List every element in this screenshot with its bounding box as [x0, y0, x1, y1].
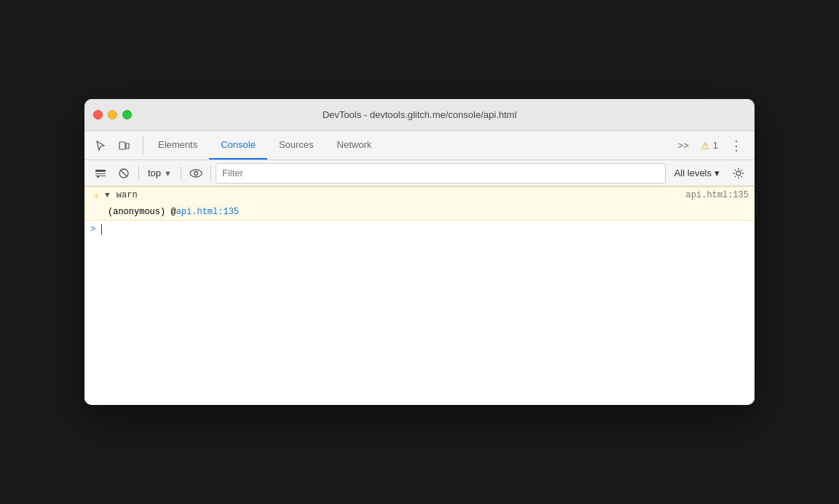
toolbar-divider-2 [181, 166, 181, 181]
toolbar-divider-1 [138, 166, 139, 181]
tab-icon-buttons [90, 131, 134, 160]
console-input-line [101, 224, 102, 235]
svg-rect-0 [119, 142, 125, 149]
maximize-button[interactable] [122, 110, 132, 119]
svg-point-10 [736, 171, 741, 176]
warning-badge[interactable]: ⚠ 1 [695, 131, 724, 160]
warning-icon: ⚠ [701, 140, 710, 151]
warn-location[interactable]: api.html:135 [674, 190, 749, 200]
context-selector[interactable]: top ▼ [143, 163, 176, 184]
text-cursor [101, 224, 102, 235]
levels-label: All levels [674, 168, 712, 178]
context-value: top [148, 168, 161, 178]
anonymous-text: (anonymous) @ [108, 207, 176, 217]
console-content: ⚠ ▼ warn api.html:135 (anonymous) @ api.… [84, 186, 755, 405]
warn-row-main: ⚠ ▼ warn api.html:135 [84, 187, 755, 204]
live-expressions-button[interactable] [186, 163, 206, 184]
console-input-row[interactable]: > [84, 221, 755, 238]
toolbar-divider-3 [210, 166, 211, 181]
tab-console[interactable]: Console [209, 131, 267, 160]
warn-row-trace: (anonymous) @ api.html:135 [84, 204, 755, 220]
show-console-drawer-button[interactable] [90, 163, 111, 184]
levels-arrow: ▾ [714, 168, 720, 178]
devtools-window: DevTools - devtools.glitch.me/console/ap… [84, 99, 755, 405]
close-button[interactable] [93, 110, 103, 119]
warn-log-entry: ⚠ ▼ warn api.html:135 (anonymous) @ api.… [84, 186, 755, 221]
tab-sources[interactable]: Sources [267, 131, 326, 160]
warning-triangle-icon: ⚠ [93, 190, 98, 201]
tab-network[interactable]: Network [326, 131, 384, 160]
warn-content: ▼ warn [105, 190, 674, 200]
clear-console-button[interactable] [114, 163, 134, 184]
svg-point-9 [194, 171, 197, 175]
warn-icon: ⚠ [90, 190, 102, 201]
more-options-button[interactable]: ⋮ [724, 131, 749, 160]
title-bar: DevTools - devtools.glitch.me/console/ap… [84, 99, 755, 131]
svg-rect-1 [126, 143, 129, 149]
eye-icon [189, 169, 202, 178]
svg-rect-2 [95, 170, 106, 172]
window-title: DevTools - devtools.glitch.me/console/ap… [323, 109, 517, 120]
console-settings-button[interactable] [728, 163, 749, 184]
prompt-icon: > [90, 224, 95, 235]
inspect-element-button[interactable] [90, 135, 111, 156]
more-tabs-button[interactable]: >> [672, 131, 695, 160]
tabs-bar: Elements Console Sources Network >> ⚠ 1 … [84, 131, 755, 160]
device-toolbar-button[interactable] [114, 135, 134, 156]
svg-rect-3 [95, 173, 106, 174]
tab-divider [143, 135, 143, 155]
drawer-icon [95, 169, 106, 178]
svg-line-7 [121, 170, 127, 176]
traffic-lights [93, 110, 132, 119]
context-dropdown-arrow: ▼ [164, 169, 172, 178]
warn-expand-arrow[interactable]: ▼ [105, 191, 110, 200]
minimize-button[interactable] [108, 110, 117, 119]
log-levels-dropdown[interactable]: All levels ▾ [669, 163, 725, 184]
device-icon [118, 140, 130, 151]
warn-label: warn [117, 190, 138, 200]
console-toolbar: top ▼ All levels ▾ [84, 160, 755, 186]
clear-icon [119, 168, 129, 178]
cursor-icon [95, 140, 106, 151]
gear-icon [733, 168, 744, 179]
dots-icon: ⋮ [730, 138, 743, 154]
warning-count: 1 [713, 140, 718, 151]
warn-link[interactable]: api.html:135 [176, 207, 239, 217]
svg-point-8 [190, 170, 202, 177]
tab-elements[interactable]: Elements [146, 131, 209, 160]
tabs-list: Elements Console Sources Network [146, 131, 672, 160]
filter-input[interactable] [216, 163, 666, 184]
svg-rect-4 [95, 176, 106, 176]
